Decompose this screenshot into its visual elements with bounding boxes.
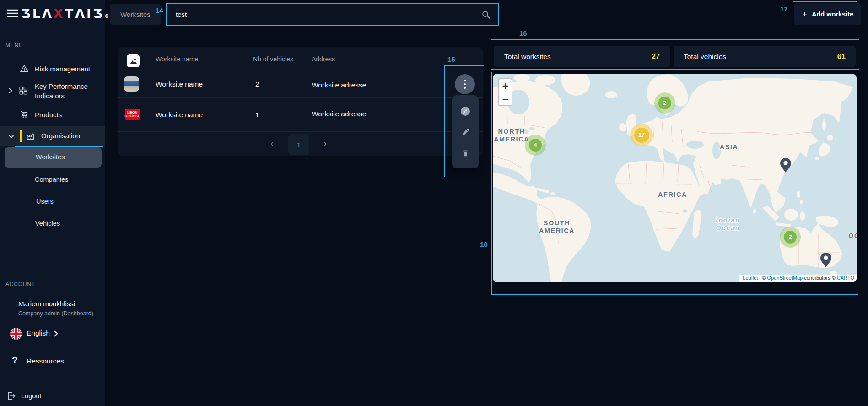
user-role: Company admin (Dashboard)	[18, 310, 93, 317]
sidebar-item-risk-management[interactable]: Risk management	[0, 60, 105, 78]
language-label: English	[27, 329, 50, 337]
row-actions-kebab-button[interactable]	[455, 74, 475, 94]
app-window: ƷLΛXTΛIƷ® MENU Risk management Key Perfo…	[0, 0, 868, 406]
user-name: Mariem moukhlissi	[18, 300, 75, 308]
annotation-18: 18	[480, 240, 488, 248]
language-selector[interactable]: English	[0, 326, 105, 341]
compass-icon[interactable]	[460, 106, 471, 117]
active-indicator-bar	[20, 130, 22, 142]
stat-label: Total worksites	[504, 53, 551, 61]
map-label-africa: AFRICA	[658, 191, 687, 199]
add-worksite-button[interactable]: + Add worksite	[794, 3, 861, 25]
chevron-down-icon	[8, 134, 15, 140]
map-label-oceania: OC	[848, 232, 857, 240]
map-label-asia: ASIA	[720, 143, 739, 151]
table-header-row: Worksite name Nb of vehicles Address	[118, 47, 483, 71]
sidebar-item-kpi[interactable]: Key Performance Indicators	[0, 78, 105, 104]
attribution-link-osm[interactable]: OpenStreetMap	[767, 275, 803, 281]
next-page-button[interactable]: ›	[323, 139, 327, 149]
pagination: ‹ 1 ›	[118, 131, 483, 156]
trash-icon[interactable]	[460, 148, 470, 158]
worksite-name-cell: Worksite name	[156, 111, 203, 119]
annotation-16: 16	[518, 29, 529, 37]
worksites-table: Worksite name Nb of vehicles Address Wor…	[118, 47, 483, 156]
logo-x-letter: X	[54, 6, 65, 21]
image-column-icon	[127, 54, 140, 67]
map-label-north-america: NORTHAMERICA	[494, 128, 529, 143]
chevron-right-icon	[7, 87, 14, 94]
kebab-icon	[464, 80, 466, 81]
sidebar-subitem-companies[interactable]: Companies	[0, 173, 105, 187]
resources-label: Ressources	[27, 357, 64, 365]
logout-button[interactable]: Logout	[0, 389, 105, 404]
divider	[0, 379, 105, 379]
col-header-address[interactable]: Address	[312, 55, 335, 63]
search-box	[166, 3, 499, 26]
stat-value: 61	[837, 52, 846, 61]
sidebar: ƷLΛXTΛIƷ® MENU Risk management Key Perfo…	[0, 0, 105, 406]
worksites-map[interactable]: NORTHAMERICA SOUTHAMERICA AFRICA ASIA In…	[493, 74, 857, 282]
map-label-south-america: SOUTHAMERICA	[539, 219, 575, 235]
page-chip: Worksites	[110, 4, 161, 25]
address-cell: Worksite adresse	[312, 81, 366, 89]
logout-label: Logout	[21, 392, 41, 400]
account-section-label: ACCOUNT	[5, 281, 35, 287]
row-thumbnail-logo: LEON GROSSE	[125, 109, 140, 120]
zoom-out-button[interactable]: −	[499, 92, 512, 105]
selected-item-outline	[15, 146, 103, 168]
resources-link[interactable]: ? Ressources	[0, 353, 105, 369]
cluster-marker[interactable]: 2	[654, 92, 675, 114]
cluster-marker[interactable]: 17	[630, 124, 653, 146]
vehicles-count-cell: 2	[255, 80, 259, 88]
brand-logo: ƷLΛXTΛIƷ®	[21, 6, 109, 21]
pin-marker[interactable]	[820, 252, 832, 268]
prev-page-button[interactable]: ‹	[270, 139, 274, 149]
stat-value: 27	[652, 52, 660, 61]
hamburger-icon[interactable]	[6, 9, 18, 18]
plus-icon: +	[802, 9, 807, 19]
warning-triangle-icon	[19, 64, 29, 74]
annotation-17: 17	[780, 5, 788, 13]
sidebar-item-products[interactable]: Products	[0, 106, 105, 124]
cluster-marker[interactable]: 2	[780, 227, 801, 248]
help-icon: ?	[12, 355, 18, 366]
factory-icon	[26, 131, 36, 141]
table-row[interactable]: LEON GROSSE Worksite name 1 Worksite adr…	[118, 97, 483, 131]
address-cell: Worksite adresse	[312, 110, 366, 118]
row-actions-menu	[452, 95, 479, 168]
sidebar-item-organisation[interactable]: Organisation	[0, 126, 105, 146]
stat-card-vehicles: Total vehicles 61	[674, 46, 856, 67]
map-zoom-control: + −	[498, 78, 512, 106]
add-worksite-label: Add worksite	[812, 11, 853, 18]
uk-flag-icon	[10, 328, 22, 340]
divider	[5, 275, 97, 275]
stat-label: Total vehicles	[684, 53, 726, 61]
zoom-in-button[interactable]: +	[499, 79, 512, 92]
map-label-indian-ocean: IndianOcean	[716, 217, 740, 232]
row-thumbnail-photo	[124, 76, 139, 92]
page-number[interactable]: 1	[288, 134, 309, 155]
pencil-icon[interactable]	[460, 127, 470, 137]
divider	[5, 32, 97, 32]
col-header-worksite-name[interactable]: Worksite name	[156, 55, 198, 63]
attribution-link-leaflet[interactable]: Leaflet	[743, 275, 758, 281]
chevron-right-icon	[53, 330, 59, 337]
logout-icon	[6, 391, 16, 401]
col-header-nb-vehicles[interactable]: Nb of vehicles	[253, 55, 293, 63]
cart-icon	[19, 109, 29, 119]
search-icon[interactable]	[481, 10, 491, 19]
pin-marker[interactable]	[780, 157, 792, 173]
cluster-marker[interactable]: 4	[525, 135, 546, 156]
search-input[interactable]	[167, 11, 481, 18]
sidebar-subitem-users[interactable]: Users	[0, 195, 105, 209]
attribution-link-carto[interactable]: CARTO	[837, 275, 854, 281]
grid-icon	[18, 86, 28, 96]
menu-section-label: MENU	[5, 42, 23, 49]
vehicles-count-cell: 1	[255, 111, 259, 119]
map-attribution: Leaflet | © OpenStreetMap contributors ©…	[739, 275, 857, 282]
stat-card-worksites: Total worksites 27	[494, 46, 670, 67]
table-row[interactable]: Worksite name 2 Worksite adresse	[118, 71, 483, 97]
sidebar-subitem-vehicles[interactable]: Vehicles	[0, 217, 105, 231]
worksite-name-cell: Worksite name	[156, 80, 203, 88]
